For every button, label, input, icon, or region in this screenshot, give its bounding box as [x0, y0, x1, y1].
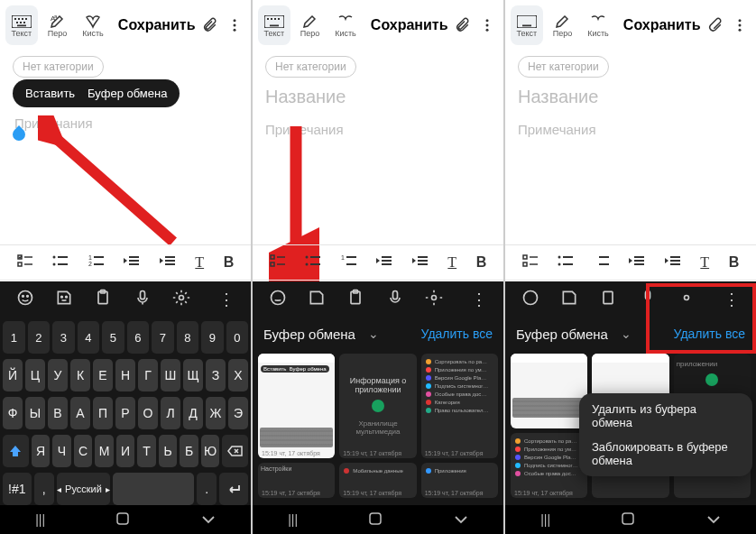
mic-icon[interactable] [134, 289, 152, 311]
key-4[interactable]: 4 [78, 321, 100, 354]
language-key[interactable]: ◂Русский▸ [57, 473, 110, 505]
number-list-icon[interactable]: 1 [341, 254, 357, 271]
recents-icon[interactable]: ||| [288, 512, 298, 527]
tool-text[interactable]: Текст [5, 5, 38, 45]
more-icon[interactable] [729, 13, 751, 38]
title-placeholder[interactable]: Название [265, 87, 491, 107]
checklist-icon[interactable] [270, 254, 286, 271]
clip-item[interactable]: Настройки 15:19 чт, 17 октября [258, 463, 335, 499]
kb-more-icon[interactable]: ⋮ [471, 290, 487, 309]
settings-icon[interactable] [172, 289, 190, 311]
home-icon[interactable] [368, 511, 383, 529]
key[interactable]: А [70, 397, 90, 429]
number-list-icon[interactable] [594, 254, 610, 271]
notes-placeholder[interactable]: Примечания [14, 115, 93, 131]
attach-icon[interactable] [705, 13, 726, 38]
key[interactable]: Б [180, 435, 198, 467]
settings-icon[interactable] [425, 289, 443, 311]
clip-item[interactable] [511, 354, 587, 428]
title-placeholder[interactable]: Название [518, 87, 743, 107]
key[interactable]: Ф [3, 397, 23, 429]
clip-item[interactable]: Информация о приложении Хранилище мульти… [339, 354, 416, 458]
indent-icon[interactable] [665, 254, 681, 271]
number-list-icon[interactable]: 12 [88, 254, 105, 271]
outdent-icon[interactable] [376, 254, 392, 271]
bullet-list-icon[interactable] [52, 254, 69, 271]
recents-icon[interactable]: ||| [35, 512, 45, 527]
clip-item[interactable]: Вставить Буфер обмена 15:19 чт, 17 октяб… [258, 354, 335, 458]
settings-icon[interactable] [678, 289, 696, 311]
key-1[interactable]: 1 [3, 321, 25, 354]
kb-more-icon[interactable]: ⋮ [724, 290, 740, 309]
key[interactable]: В [48, 397, 68, 429]
bullet-list-icon[interactable] [558, 254, 574, 271]
mic-icon[interactable] [639, 289, 657, 311]
sticker-icon[interactable] [55, 289, 73, 311]
category-chip[interactable]: Нет категории [518, 56, 609, 78]
kb-more-icon[interactable]: ⋮ [218, 290, 235, 309]
emoji-icon[interactable] [269, 289, 287, 311]
key[interactable]: Ж [206, 397, 226, 429]
bold-icon[interactable]: B [729, 254, 740, 271]
text-style-icon[interactable]: T [700, 254, 709, 271]
tool-text[interactable]: Текст [258, 5, 290, 45]
key[interactable]: М [95, 435, 114, 467]
shift-key[interactable] [3, 435, 29, 467]
key[interactable]: П [93, 397, 113, 429]
key[interactable]: Л [161, 397, 180, 429]
clipboard-icon[interactable] [346, 289, 364, 311]
key[interactable]: Я [32, 435, 51, 467]
key-3[interactable]: 3 [52, 321, 75, 354]
notes-placeholder[interactable]: Примечания [518, 122, 743, 137]
attach-icon[interactable] [199, 13, 221, 38]
tool-text[interactable]: Текст [511, 5, 543, 45]
save-button[interactable]: Сохранить [118, 17, 196, 33]
mic-icon[interactable] [386, 289, 404, 311]
home-icon[interactable] [621, 511, 635, 529]
key[interactable]: Й [3, 359, 23, 391]
more-icon[interactable] [224, 13, 245, 38]
key[interactable]: Ш [161, 359, 180, 391]
key[interactable]: О [138, 397, 158, 429]
key[interactable]: У [48, 359, 68, 391]
text-style-icon[interactable]: T [447, 254, 456, 271]
chevron-down-icon[interactable]: ⌄ [621, 327, 632, 341]
attach-icon[interactable] [452, 13, 474, 38]
context-paste[interactable]: Вставить [25, 87, 75, 100]
key-2[interactable]: 2 [28, 321, 51, 354]
text-style-icon[interactable]: T [195, 254, 204, 271]
checklist-icon[interactable] [522, 254, 539, 271]
comma-key[interactable]: , [34, 473, 55, 505]
clipboard-icon[interactable] [599, 289, 617, 311]
key-8[interactable]: 8 [177, 321, 199, 354]
ctx-delete[interactable]: Удалить из буфера обмена [592, 402, 740, 429]
key-7[interactable]: 7 [152, 321, 174, 354]
symbols-key[interactable]: !#1 [3, 473, 32, 505]
key[interactable]: Н [115, 359, 135, 391]
category-chip[interactable]: Нет категории [13, 56, 104, 78]
key[interactable]: Т [137, 435, 156, 467]
sticker-icon[interactable] [308, 289, 326, 311]
key[interactable]: С [74, 435, 93, 467]
ctx-lock[interactable]: Заблокировать в буфере обмена [592, 440, 740, 467]
outdent-icon[interactable] [124, 254, 140, 271]
tool-brush[interactable]: Кисть [77, 5, 109, 45]
recents-icon[interactable]: ||| [540, 512, 550, 527]
notes-placeholder[interactable]: Примечания [265, 122, 491, 137]
chevron-down-icon[interactable]: ⌄ [368, 327, 379, 341]
key[interactable]: К [70, 359, 90, 391]
key-6[interactable]: 6 [127, 321, 150, 354]
clip-item[interactable]: Мобильные данные 15:19 чт, 17 октября [339, 463, 416, 499]
key[interactable]: Ы [25, 397, 45, 429]
key[interactable]: Х [228, 359, 248, 391]
more-icon[interactable] [476, 13, 498, 38]
clip-item[interactable]: Сортировать по размеруПриложения по умол… [421, 354, 498, 458]
key[interactable]: И [116, 435, 135, 467]
tool-brush[interactable]: Кисть [582, 5, 614, 45]
key[interactable]: Ч [52, 435, 71, 467]
clip-item[interactable]: Приложения 15:19 чт, 17 октября [421, 463, 498, 499]
period-key[interactable]: . [197, 473, 217, 505]
key[interactable]: Ц [25, 359, 45, 391]
outdent-icon[interactable] [629, 254, 645, 271]
key[interactable]: Д [183, 397, 203, 429]
